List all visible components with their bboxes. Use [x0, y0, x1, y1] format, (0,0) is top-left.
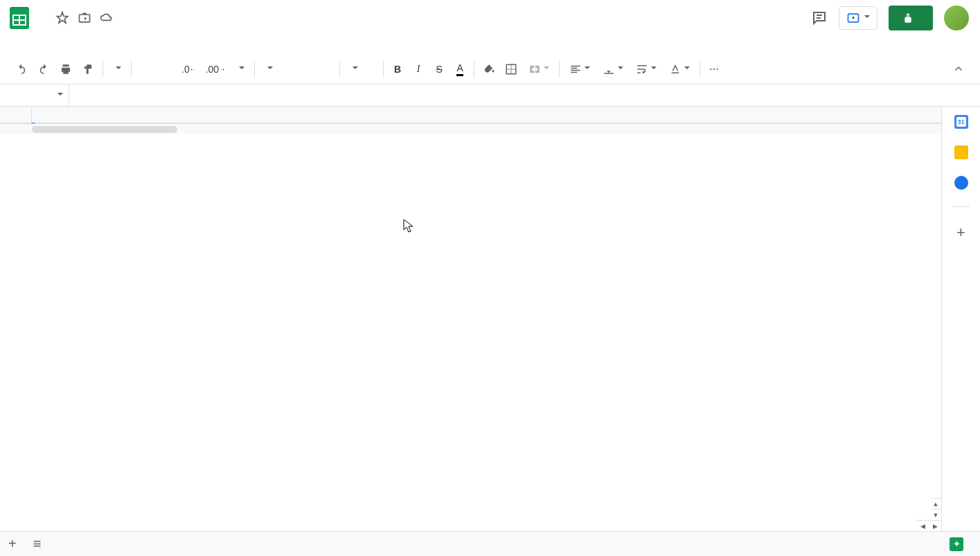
font-size-dropdown[interactable]: [344, 64, 379, 75]
borders-button[interactable]: [501, 60, 522, 79]
undo-button[interactable]: [11, 60, 32, 79]
text-color-button[interactable]: A: [450, 60, 470, 79]
present-button[interactable]: [839, 6, 877, 30]
titlebar: [0, 0, 980, 30]
scroll-left-button[interactable]: ◀: [916, 520, 929, 531]
scroll-up-button[interactable]: ▲: [930, 498, 941, 509]
document-title[interactable]: [39, 17, 47, 19]
merge-dropdown[interactable]: [523, 60, 555, 78]
sheet-tabs-bar: + ≡ ✦: [0, 531, 980, 556]
explore-icon: ✦: [950, 537, 963, 551]
h-align-dropdown[interactable]: [564, 60, 596, 78]
scroll-down-button[interactable]: ▼: [930, 509, 941, 520]
share-button[interactable]: [889, 6, 933, 30]
cloud-icon[interactable]: [100, 11, 114, 25]
formula-bar: [0, 84, 980, 107]
italic-button[interactable]: I: [409, 60, 428, 79]
toolbar: .0← .00→ B I S A ⋯: [0, 54, 980, 84]
star-icon[interactable]: [55, 11, 69, 25]
v-align-dropdown[interactable]: [597, 60, 629, 78]
keep-icon[interactable]: [954, 145, 968, 159]
select-all-corner[interactable]: [0, 107, 32, 123]
currency-button[interactable]: [136, 60, 155, 79]
percent-button[interactable]: [157, 60, 176, 79]
comments-icon[interactable]: [811, 10, 828, 26]
add-sidepanel-button[interactable]: +: [956, 224, 965, 242]
number-format-dropdown[interactable]: [231, 64, 250, 75]
sheets-logo[interactable]: [6, 4, 33, 32]
redo-button[interactable]: [33, 60, 54, 79]
wrap-dropdown[interactable]: [630, 60, 662, 78]
bold-button[interactable]: B: [388, 60, 407, 79]
zoom-dropdown[interactable]: [107, 64, 127, 75]
calendar-icon[interactable]: 31: [954, 115, 968, 129]
explore-button[interactable]: ✦: [938, 532, 980, 557]
tasks-icon[interactable]: [954, 176, 968, 190]
strikethrough-button[interactable]: S: [429, 60, 449, 79]
print-button[interactable]: [55, 60, 76, 79]
fill-color-button[interactable]: [479, 60, 499, 79]
horizontal-scrollbar[interactable]: [0, 123, 941, 134]
name-box[interactable]: [0, 84, 69, 106]
move-icon[interactable]: [78, 11, 91, 25]
menubar: [0, 30, 980, 54]
more-button[interactable]: ⋯: [704, 60, 724, 79]
collapse-toolbar-button[interactable]: [948, 60, 969, 79]
side-panel: 31 +: [941, 107, 980, 531]
paint-format-button[interactable]: [78, 60, 98, 79]
font-dropdown[interactable]: [259, 64, 335, 75]
formula-input[interactable]: [86, 90, 980, 101]
account-avatar[interactable]: [944, 6, 969, 30]
increase-decimal-button[interactable]: .00→: [202, 60, 229, 79]
add-sheet-button[interactable]: +: [0, 530, 25, 556]
all-sheets-button[interactable]: ≡: [25, 530, 50, 556]
rotate-dropdown[interactable]: [663, 60, 695, 78]
scroll-right-button[interactable]: ▶: [929, 520, 941, 531]
column-headers: [0, 107, 941, 123]
decrease-decimal-button[interactable]: .0←: [177, 60, 200, 79]
